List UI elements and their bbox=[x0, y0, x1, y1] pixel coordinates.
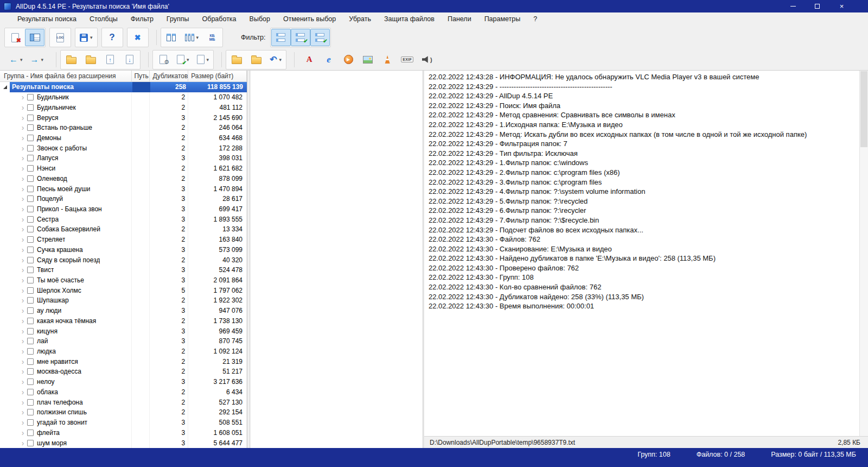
expand-arrow-icon[interactable]: › bbox=[18, 358, 27, 365]
tree-row[interactable]: › Звонок с работы 2 172 288 bbox=[0, 143, 247, 153]
show-log-button[interactable]: LOG bbox=[50, 29, 70, 46]
row-checkbox[interactable] bbox=[27, 247, 34, 253]
tree-row[interactable]: › Будильник 2 1 070 482 bbox=[0, 92, 247, 103]
previous-group-button[interactable]: ← ▾ bbox=[5, 51, 27, 68]
row-checkbox[interactable] bbox=[27, 216, 34, 223]
expand-arrow-icon[interactable]: › bbox=[18, 144, 27, 152]
close-results-button[interactable]: ✖ bbox=[5, 29, 25, 46]
next-group-button[interactable]: → ▾ bbox=[27, 51, 48, 68]
row-checkbox[interactable] bbox=[27, 175, 34, 182]
tree-row[interactable]: › шум моря 3 5 644 477 bbox=[0, 438, 247, 448]
row-checkbox[interactable] bbox=[27, 145, 34, 152]
media-player-button[interactable]: ▶ bbox=[339, 51, 358, 68]
expand-arrow-icon[interactable]: › bbox=[18, 246, 27, 254]
expand-arrow-icon[interactable]: › bbox=[18, 175, 27, 182]
menu-item[interactable]: Столбцы bbox=[83, 12, 124, 26]
menu-item[interactable]: Убрать bbox=[342, 12, 378, 26]
tree-row[interactable]: › кицуня 3 969 459 bbox=[0, 326, 247, 336]
expand-arrow-icon[interactable]: › bbox=[18, 317, 27, 325]
import-down-button[interactable]: ↓ bbox=[120, 51, 139, 68]
expand-arrow-icon[interactable]: › bbox=[18, 195, 27, 203]
row-checkbox[interactable] bbox=[27, 297, 34, 304]
row-checkbox[interactable] bbox=[27, 419, 34, 426]
undo-dropdown-icon[interactable]: ▾ bbox=[279, 57, 282, 62]
row-checkbox[interactable] bbox=[27, 195, 34, 202]
row-checkbox[interactable] bbox=[27, 104, 34, 111]
next-dropdown-icon[interactable]: ▾ bbox=[41, 57, 44, 62]
select-dropdown-icon[interactable]: ▾ bbox=[187, 57, 189, 62]
tree-row[interactable]: › Ты моё счастье 3 2 091 864 bbox=[0, 275, 247, 286]
row-checkbox[interactable] bbox=[27, 348, 34, 355]
process-files-button[interactable]: ⚙ bbox=[154, 51, 173, 68]
tree-row[interactable]: › Сучка крашена 3 573 099 bbox=[0, 245, 247, 255]
row-checkbox[interactable] bbox=[27, 287, 34, 294]
row-checkbox[interactable] bbox=[27, 389, 34, 395]
expand-arrow-icon[interactable]: › bbox=[18, 266, 27, 274]
row-checkbox[interactable] bbox=[27, 124, 34, 131]
row-checkbox[interactable] bbox=[27, 165, 34, 172]
undo-button[interactable]: ↶ ▾ bbox=[266, 51, 285, 68]
tree-row[interactable]: › Будильничек 2 481 112 bbox=[0, 102, 247, 112]
row-checkbox[interactable] bbox=[27, 307, 34, 314]
expand-arrow-icon[interactable]: › bbox=[18, 114, 27, 122]
text-preview-button[interactable]: A bbox=[299, 51, 319, 68]
expand-arrow-icon[interactable]: › bbox=[18, 429, 27, 437]
expand-arrow-icon[interactable]: › bbox=[18, 134, 27, 142]
tree-row[interactable]: › Стреляет 2 163 840 bbox=[0, 235, 247, 245]
menu-item[interactable]: Отменить выбор bbox=[277, 12, 342, 26]
tree-row[interactable]: › флейта 3 1 608 051 bbox=[0, 427, 247, 438]
expand-arrow-icon[interactable]: › bbox=[18, 327, 27, 335]
maximize-button[interactable] bbox=[805, 0, 829, 12]
tree-row[interactable]: › Веруся 3 2 145 690 bbox=[0, 112, 247, 123]
row-checkbox[interactable] bbox=[27, 277, 34, 283]
expand-arrow-icon[interactable]: › bbox=[18, 256, 27, 264]
tree-row[interactable]: › Собака Баскервилей 2 13 334 bbox=[0, 224, 247, 235]
close-button[interactable]: × bbox=[829, 0, 854, 12]
minimize-button[interactable] bbox=[781, 0, 805, 12]
tree-row[interactable]: › москва-одесса 2 51 217 bbox=[0, 367, 247, 377]
menu-item[interactable]: Обработка bbox=[196, 12, 243, 26]
select-files-button[interactable]: ✔ ▾ bbox=[173, 51, 193, 68]
tree-row[interactable]: › полжизни спишь 2 292 154 bbox=[0, 407, 247, 418]
expand-arrow-icon[interactable]: › bbox=[18, 165, 27, 172]
image-preview-button[interactable] bbox=[358, 51, 378, 68]
row-checkbox[interactable] bbox=[27, 115, 34, 121]
exit-button[interactable]: ✖ bbox=[128, 29, 148, 46]
tree-row[interactable]: › Твист 3 524 478 bbox=[0, 265, 247, 275]
size-units-button[interactable]: КБ МБ bbox=[202, 29, 222, 46]
copy-to-folder-button[interactable] bbox=[61, 51, 81, 68]
tree-root-row[interactable]: Результаты поиска 258 118 855 139 bbox=[0, 82, 247, 92]
tree-row[interactable]: › облака 2 6 434 bbox=[0, 387, 247, 397]
filter-unchecked-button[interactable]: ✔ bbox=[310, 29, 330, 46]
menu-item[interactable]: Панели bbox=[441, 12, 478, 26]
row-checkbox[interactable] bbox=[27, 267, 34, 273]
row-checkbox[interactable] bbox=[27, 226, 34, 232]
tree-row[interactable]: › плач телефона 2 527 130 bbox=[0, 397, 247, 407]
column-header-duplicates[interactable]: Дубликатов bbox=[150, 71, 188, 81]
expand-arrow-icon[interactable]: › bbox=[18, 205, 27, 213]
expand-collapse-icon[interactable] bbox=[0, 82, 10, 92]
log-scrollbar-thumb[interactable] bbox=[860, 71, 867, 147]
row-checkbox[interactable] bbox=[27, 257, 34, 263]
deselect-dropdown-icon[interactable]: ▾ bbox=[207, 57, 209, 62]
expand-arrow-icon[interactable]: › bbox=[18, 185, 27, 193]
tree-row[interactable]: › людка 2 1 092 124 bbox=[0, 346, 247, 357]
deselect-files-button[interactable]: ▾ bbox=[193, 51, 213, 68]
previous-dropdown-icon[interactable]: ▾ bbox=[20, 57, 23, 62]
expand-arrow-icon[interactable]: › bbox=[18, 307, 27, 314]
expand-arrow-icon[interactable]: › bbox=[18, 104, 27, 111]
expand-arrow-icon[interactable]: › bbox=[18, 225, 27, 233]
tree-row[interactable]: › угадай то звонит 3 508 551 bbox=[0, 418, 247, 428]
row-checkbox[interactable] bbox=[27, 236, 34, 243]
row-checkbox[interactable] bbox=[27, 440, 34, 446]
tree-row[interactable]: › нелоу 3 3 217 636 bbox=[0, 377, 247, 387]
expand-arrow-icon[interactable]: › bbox=[18, 236, 27, 243]
tree-row[interactable]: › Оленевод 2 878 099 bbox=[0, 173, 247, 184]
row-checkbox[interactable] bbox=[27, 409, 34, 415]
column-header-path[interactable]: Путь bbox=[132, 71, 150, 81]
browse-folder-button[interactable] bbox=[246, 51, 266, 68]
filter-checked-button[interactable]: ✔ bbox=[291, 29, 310, 46]
expand-arrow-icon[interactable]: › bbox=[18, 337, 27, 345]
tree-splitter[interactable] bbox=[248, 71, 250, 448]
row-checkbox[interactable] bbox=[27, 186, 34, 192]
